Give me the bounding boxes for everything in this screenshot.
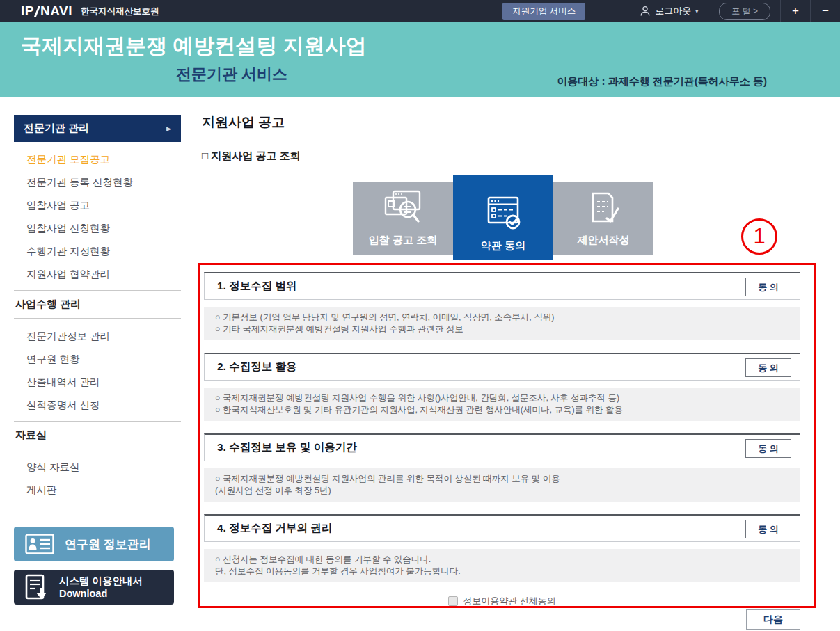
section-title: □ 지원사업 공고 조회 [202, 150, 301, 163]
next-button[interactable]: 다음 [746, 609, 800, 630]
agreement-1-line1: ○ 기본정보 (기업 업무 담당자 및 연구원의 성명, 연락처, 이메일, 직… [215, 312, 789, 324]
service-title: 국제지재권분쟁 예방컨설팅 지원사업 [21, 32, 367, 61]
agreement-4-line2: 단, 정보수집 이용동의를 거부할 경우 사업참여가 불가능합니다. [215, 566, 789, 577]
agreement-3-title: 3. 수집정보 보유 및 이용기간 [217, 440, 357, 455]
sidebar-group-2-title: 사업수행 관리 [14, 291, 181, 318]
sidebar-item-expert-info-management[interactable]: 전문기관정보 관리 [26, 325, 181, 348]
logo-slash-icon [34, 6, 40, 17]
logo-ip-text: IP [21, 3, 34, 19]
step-terms-agreement[interactable]: 약관 동의 [453, 175, 553, 260]
step-label: 약관 동의 [481, 239, 525, 253]
manual-line2: Download [59, 588, 107, 599]
portal-button[interactable]: 포 털 > [719, 3, 770, 20]
topbar-right: 지원기업 서비스 로그아웃 ▾ 포 털 > + − [502, 0, 840, 22]
ipnavi-logo[interactable]: IP NAVI [21, 3, 72, 19]
logout-label: 로그아웃 [655, 5, 691, 17]
font-decrease-button[interactable]: − [810, 0, 840, 22]
all-agree-checkbox[interactable] [448, 596, 458, 606]
sidebar-item-form-library[interactable]: 양식 자료실 [26, 456, 181, 479]
agreement-2-title: 2. 수집정보 활용 [217, 360, 297, 374]
agree-button-2[interactable]: 동 의 [745, 358, 791, 377]
sidebar-item-performance-certificate[interactable]: 실적증명서 신청 [26, 394, 181, 417]
agreement-section-4: 4. 정보수집 거부의 권리 동 의 ○ 신청자는 정보수집에 대한 동의를 거… [204, 514, 800, 582]
page-header: 국제지재권분쟁 예방컨설팅 지원사업 전문기관 서비스 이용대상 : 과제수행 … [0, 22, 840, 97]
support-company-service-button[interactable]: 지원기업 서비스 [502, 3, 585, 20]
sidebar: 전문기관 관리 ▶ 전문기관 모집공고 전문기관 등록 신청현황 입찰사업 공고… [14, 115, 181, 605]
sidebar-item-bid-application-status[interactable]: 입찰사업 신청현황 [26, 217, 181, 240]
step-indicator: 입찰 공고 조회 약관 동의 [353, 175, 653, 260]
sidebar-group-1: 전문기관 모집공고 전문기관 등록 신청현황 입찰사업 공고 입찰사업 신청현황… [14, 142, 181, 290]
logout-menu[interactable]: 로그아웃 ▾ [640, 5, 698, 17]
arrow-right-icon: ▶ [166, 125, 171, 132]
step-proposal-writing[interactable]: 제안서작성 [553, 182, 653, 255]
agreement-1-line2: ○ 기타 국제지재권분쟁 예방컨설팅 지원사업 수행과 관련한 정보 [215, 324, 789, 335]
page-title: 지원사업 공고 [202, 113, 285, 131]
researcher-info-label: 연구원 정보관리 [65, 536, 151, 552]
all-agree-label: 정보이용약관 전체동의 [463, 595, 556, 607]
top-bar: IP NAVI 한국지식재산보호원 지원기업 서비스 로그아웃 ▾ 포 털 > … [0, 0, 840, 22]
id-card-icon [25, 534, 54, 554]
sidebar-item-agency-designation-status[interactable]: 수행기관 지정현황 [26, 240, 181, 263]
agreement-4-title: 4. 정보수집 거부의 권리 [217, 521, 332, 536]
agreement-2-line2: ○ 한국지식재산보호원 및 기타 유관기관의 지원사업, 지식재산권 관련 행사… [215, 404, 789, 416]
sidebar-item-agreement-management[interactable]: 지원사업 협약관리 [26, 263, 181, 286]
terms-check-icon [483, 195, 523, 232]
sidebar-item-bulletin-board[interactable]: 게시판 [26, 479, 181, 502]
user-icon [640, 6, 651, 17]
audience-note: 이용대상 : 과제수행 전문기관(특허사무소 등) [557, 75, 767, 88]
step-label: 제안서작성 [578, 234, 630, 247]
sidebar-item-expert-registration-status[interactable]: 전문기관 등록 신청현황 [26, 171, 181, 194]
proposal-edit-icon [583, 189, 624, 227]
agreement-4-header: 4. 정보수집 거부의 권리 동 의 [204, 514, 800, 542]
agreement-1-header: 1. 정보수집 범위 동 의 [204, 272, 800, 300]
system-manual-label: 시스템 이용안내서 Download [59, 575, 143, 600]
agreement-4-body: ○ 신청자는 정보수집에 대한 동의를 거부할 수 있습니다. 단, 정보수집 … [204, 549, 800, 582]
agreement-1-body: ○ 기본정보 (기업 업무 담당자 및 연구원의 성명, 연락처, 이메일, 직… [204, 307, 800, 340]
sidebar-item-researcher-status[interactable]: 연구원 현황 [26, 348, 181, 371]
agreement-3-header: 3. 수집정보 보유 및 이용기간 동 의 [204, 433, 800, 461]
sidebar-menu-header[interactable]: 전문기관 관리 ▶ [14, 115, 181, 142]
agreement-2-body: ○ 국제지재권분쟁 예방컨설팅 지원사업 수행을 위한 사항()사업안내, 간담… [204, 388, 800, 421]
agreement-list: 1. 정보수집 범위 동 의 ○ 기본정보 (기업 업무 담당자 및 연구원의 … [204, 272, 800, 607]
sidebar-menu-title: 전문기관 관리 [24, 122, 89, 135]
system-manual-download-button[interactable]: 시스템 이용안내서 Download [14, 570, 174, 605]
org-name: 한국지식재산보호원 [81, 6, 159, 17]
agreement-2-line1: ○ 국제지재권분쟁 예방컨설팅 지원사업 수행을 위한 사항()사업안내, 간담… [215, 392, 789, 404]
sidebar-item-output-statement[interactable]: 산출내역서 관리 [26, 371, 181, 394]
font-increase-button[interactable]: + [780, 0, 810, 22]
download-document-icon [25, 574, 49, 600]
agreement-3-body: ○ 국제지재권분쟁 예방컨설팅 지원사업의 관리를 위한 목적이 상실된 때까지… [204, 468, 800, 502]
manual-line1: 시스템 이용안내서 [59, 575, 143, 586]
sidebar-item-bid-notice[interactable]: 입찰사업 공고 [26, 194, 181, 217]
agreement-section-3: 3. 수집정보 보유 및 이용기간 동 의 ○ 국제지재권분쟁 예방컨설팅 지원… [204, 433, 800, 502]
main-content: 지원사업 공고 □ 지원사업 공고 조회 입찰 공고 조회 [202, 111, 818, 631]
step-bid-notice-search[interactable]: 입찰 공고 조회 [353, 182, 453, 255]
agreement-3-line1: ○ 국제지재권분쟁 예방컨설팅 지원사업의 관리를 위한 목적이 상실된 때까지… [215, 473, 789, 485]
logo-navi-text: NAVI [40, 3, 72, 19]
chevron-down-icon: ▾ [695, 8, 698, 15]
agreement-3-line2: (지원사업 선정 이후 최장 5년) [215, 485, 789, 497]
sidebar-group-3-title: 자료실 [14, 422, 181, 449]
agreement-2-header: 2. 수집정보 활용 동 의 [204, 353, 800, 381]
service-subtitle: 전문기관 서비스 [176, 64, 287, 85]
agreement-4-line1: ○ 신청자는 정보수집에 대한 동의를 거부할 수 있습니다. [215, 554, 789, 566]
agree-button-1[interactable]: 동 의 [745, 278, 791, 296]
researcher-info-button[interactable]: 연구원 정보관리 [14, 527, 174, 561]
agree-button-4[interactable]: 동 의 [745, 520, 791, 538]
agreement-section-1: 1. 정보수집 범위 동 의 ○ 기본정보 (기업 업무 담당자 및 연구원의 … [204, 272, 800, 340]
step-label: 입찰 공고 조회 [369, 234, 437, 247]
search-notice-icon [383, 189, 423, 227]
sidebar-group-3: 양식 자료실 게시판 [14, 449, 181, 506]
all-agree-row: 정보이용약관 전체동의 [204, 595, 800, 607]
agreement-section-2: 2. 수집정보 활용 동 의 ○ 국제지재권분쟁 예방컨설팅 지원사업 수행을 … [204, 353, 800, 421]
sidebar-group-2: 전문기관정보 관리 연구원 현황 산출내역서 관리 실적증명서 신청 [14, 319, 181, 421]
agreement-1-title: 1. 정보수집 범위 [217, 279, 297, 294]
agree-button-3[interactable]: 동 의 [745, 439, 791, 458]
sidebar-item-expert-recruit-notice[interactable]: 전문기관 모집공고 [26, 148, 181, 171]
